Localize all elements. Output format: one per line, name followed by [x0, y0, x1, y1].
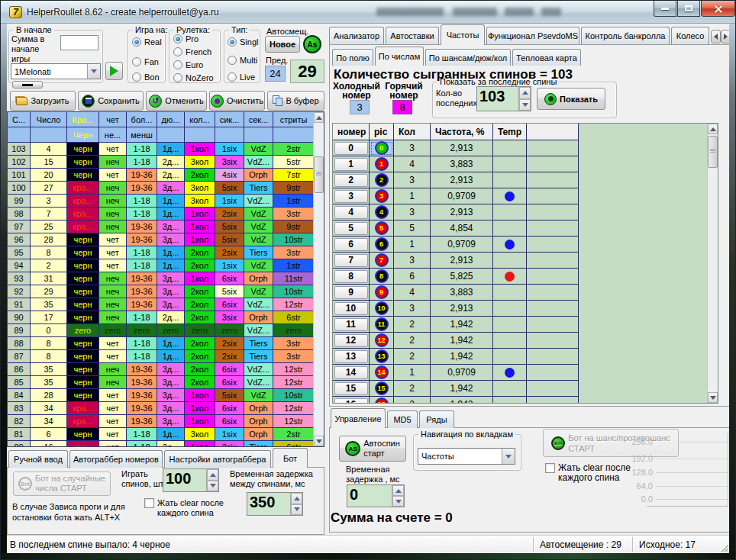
freq-number-button[interactable]: 8 — [334, 270, 368, 283]
spin-row[interactable]: 9628чернчет19-363д...1кол5sixVdZ10str — [8, 233, 324, 246]
spin-row[interactable]: 816чернчет1-181д...3кол1sixOrph2str — [8, 428, 324, 441]
tab-control[interactable]: Управление — [331, 408, 386, 428]
combo-arrow-button[interactable] — [502, 449, 515, 464]
spins-table[interactable]: С...ЧислоКра...четбол...дю...кол...сик..… — [7, 111, 324, 447]
freq-number-button[interactable]: 4 — [334, 206, 368, 219]
stepper-down-button[interactable] — [392, 496, 404, 507]
radio-bon[interactable]: Bon — [132, 72, 160, 82]
subtab-heatmap[interactable]: Тепловая карта — [512, 49, 581, 66]
spins-count-stepper[interactable]: 100 — [163, 468, 219, 492]
scroll-up-button[interactable] — [314, 112, 324, 123]
spins-table-scrollbar[interactable] — [313, 112, 324, 446]
tab-autograbber[interactable]: Автограббер номеров — [69, 450, 163, 468]
freq-row[interactable]: 1143,883 — [333, 156, 718, 172]
play-button[interactable] — [105, 62, 123, 80]
radio-euro[interactable]: Euro — [173, 60, 203, 69]
freq-row[interactable]: 4432,913 — [333, 204, 718, 220]
radio-live[interactable]: Live — [228, 72, 255, 82]
radio-fan[interactable]: Fan — [132, 57, 159, 66]
freq-row[interactable]: 9943,883 — [333, 285, 718, 301]
radio-pro[interactable]: Pro — [173, 34, 199, 43]
freq-row[interactable]: 131321,942 — [333, 349, 718, 365]
tab-scroll-left-button[interactable] — [711, 30, 721, 43]
radio-real[interactable]: Real — [132, 37, 162, 47]
freq-row[interactable]: 3310,9709 — [333, 188, 718, 204]
as-button[interactable]: As — [303, 35, 321, 53]
freq-row[interactable]: 8865,825 — [333, 269, 718, 285]
spin-row[interactable]: 878чернчет1-181д...2кол2sixTiers3str — [8, 350, 324, 363]
maximize-button[interactable] — [677, 1, 700, 17]
freq-number-button[interactable]: 6 — [334, 238, 368, 251]
scroll-down-button[interactable] — [314, 436, 324, 446]
spin-row[interactable]: 9331черннеч19-363д...1кол6sixOrph11str — [8, 272, 324, 285]
spin-row[interactable]: 888чернчет1-181д...2кол2sixTiers3str — [8, 337, 324, 350]
radio-multi[interactable]: Multi — [228, 56, 257, 65]
random-bot-start-button[interactable]: Bot Бот на случайные числа СТАРТ — [13, 471, 111, 496]
control-clear-checkbox[interactable]: Жать clear после каждого спина — [545, 463, 631, 483]
minimize-button[interactable] — [654, 1, 676, 17]
clear-button[interactable]: Очистить — [209, 91, 265, 111]
freq-number-button[interactable]: 14 — [334, 366, 368, 379]
spin-row[interactable]: 9229черннеч19-363д...2кол5sixVdZ10str — [8, 285, 324, 298]
scroll-thumb[interactable] — [314, 156, 324, 193]
save-button[interactable]: Сохранить — [78, 91, 144, 111]
freq-row[interactable]: 121221,942 — [333, 333, 718, 349]
copy-buffer-button[interactable]: В буфер — [267, 91, 324, 111]
freq-row[interactable]: 2232,913 — [333, 172, 718, 188]
frequency-table-scrollbar[interactable] — [707, 124, 718, 403]
close-button[interactable] — [701, 1, 735, 17]
freq-row[interactable]: 141410,9709 — [333, 365, 718, 381]
freq-number-button[interactable]: 10 — [334, 302, 368, 315]
spin-delay-stepper[interactable]: 350 — [247, 492, 303, 516]
preset-combo[interactable]: 1Melonati — [11, 63, 101, 79]
spin-row[interactable]: 8234кра...чет19-363д...1кол6sixOrph12str — [8, 415, 324, 428]
scroll-down-button[interactable] — [708, 392, 718, 403]
combo-arrow-button[interactable] — [87, 64, 100, 79]
radio-nozero[interactable]: NoZero — [173, 73, 214, 82]
new-button[interactable]: Новое — [265, 36, 300, 53]
tab-grabber-settings[interactable]: Настройки автограббера — [164, 450, 271, 468]
freq-row[interactable]: 111121,942 — [333, 317, 718, 333]
spin-row[interactable]: 10027кра...неч19-363д...3кол5sixTiers9st… — [8, 182, 324, 195]
tab-manual-input[interactable]: Ручной ввод — [8, 450, 68, 468]
autospin-start-button[interactable]: AS Автоспин старт — [339, 436, 406, 462]
spin-row[interactable]: 8016кра...чет1-182д...1кол3sixTiers6str — [8, 441, 324, 447]
subtab-by-numbers[interactable]: По числам — [375, 47, 424, 66]
spin-row[interactable]: 890zerozerozerozerozerozeroVdZ...zero — [8, 324, 324, 337]
spin-row[interactable]: 987кра...неч1-181д...1кол2sixVdZ3str — [8, 208, 324, 220]
tab-analyzer[interactable]: Анализатор — [329, 27, 384, 44]
stepper-up-button[interactable] — [392, 485, 404, 496]
freq-number-button[interactable]: 2 — [334, 174, 368, 187]
stepper-down-button[interactable] — [519, 99, 531, 111]
tab-psevdoms[interactable]: Функционал PsevdoMS — [486, 27, 579, 44]
stepper-down-button[interactable] — [291, 504, 302, 516]
radio-singl[interactable]: Singl — [228, 37, 258, 47]
tab-wheel[interactable]: Колесо — [671, 27, 709, 44]
tab-navigation-combo[interactable]: Частоты — [418, 448, 515, 465]
freq-number-button[interactable]: 9 — [334, 286, 368, 299]
freq-row[interactable]: 6610,9709 — [333, 237, 718, 253]
spin-row[interactable]: 9135черннеч19-363д...2кол6sixVdZ...12str — [8, 298, 324, 311]
scroll-up-button[interactable] — [708, 124, 718, 134]
radio-french[interactable]: French — [173, 47, 211, 56]
show-button[interactable]: Показать — [537, 88, 605, 110]
spin-row[interactable]: 942чернчет1-181д...2кол1sixVdZ1str — [8, 259, 324, 272]
freq-row[interactable]: 0032,913 — [333, 140, 718, 156]
freq-row[interactable]: 7732,913 — [333, 253, 718, 269]
freq-row[interactable]: 151521,942 — [333, 381, 718, 397]
freq-row[interactable]: 161621,942 — [333, 397, 718, 404]
freq-number-button[interactable]: 0 — [334, 142, 368, 155]
spin-row[interactable]: 8635черннеч19-363д...2кол6sixVdZ...12str — [8, 363, 324, 376]
collapse-button[interactable] — [12, 81, 43, 89]
tab-autobets[interactable]: Автоставки — [386, 27, 439, 44]
subtab-by-field[interactable]: По полю — [332, 49, 373, 66]
chance-bot-start-button[interactable]: Bot Бот на шанс/противошанс СТАРТ — [543, 429, 679, 457]
tab-rows[interactable]: Ряды — [419, 410, 454, 428]
spin-row[interactable]: 8334кра...чет19-363д...1кол6sixOrph12str — [8, 402, 324, 415]
freq-row[interactable]: 5554,854 — [333, 220, 718, 237]
spin-row[interactable]: 9017черннеч1-182д...2кол3sixOrph6str — [8, 311, 324, 324]
spin-row[interactable]: 8428чернчет19-363д...1кол5sixVdZ10str — [8, 389, 324, 402]
tab-bot[interactable]: Бот — [273, 448, 308, 468]
freq-number-button[interactable]: 13 — [334, 350, 368, 363]
clear-after-spin-checkbox[interactable]: Жать clear после каждого спина — [144, 498, 224, 518]
